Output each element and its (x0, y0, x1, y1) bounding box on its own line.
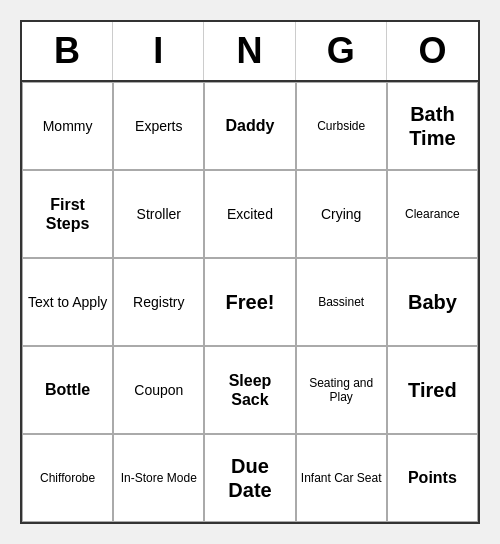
bingo-cell: Experts (113, 82, 204, 170)
bingo-cell: Mommy (22, 82, 113, 170)
bingo-cell: First Steps (22, 170, 113, 258)
bingo-cell: Curbside (296, 82, 387, 170)
bingo-cell: Chifforobe (22, 434, 113, 522)
bingo-cell: Seating and Play (296, 346, 387, 434)
bingo-cell: Points (387, 434, 478, 522)
bingo-cell: Bottle (22, 346, 113, 434)
bingo-cell: Infant Car Seat (296, 434, 387, 522)
header-letter: B (22, 22, 113, 80)
header-letter: I (113, 22, 204, 80)
bingo-grid: MommyExpertsDaddyCurbsideBath TimeFirst … (22, 82, 478, 522)
bingo-cell: Text to Apply (22, 258, 113, 346)
bingo-cell: Bath Time (387, 82, 478, 170)
bingo-cell: Daddy (204, 82, 295, 170)
header-letter: O (387, 22, 478, 80)
bingo-cell: Bassinet (296, 258, 387, 346)
bingo-cell: Tired (387, 346, 478, 434)
bingo-card: BINGO MommyExpertsDaddyCurbsideBath Time… (20, 20, 480, 524)
bingo-cell: Free! (204, 258, 295, 346)
bingo-cell: Excited (204, 170, 295, 258)
header-letter: N (204, 22, 295, 80)
bingo-cell: Crying (296, 170, 387, 258)
bingo-cell: Sleep Sack (204, 346, 295, 434)
bingo-cell: Coupon (113, 346, 204, 434)
header-letter: G (296, 22, 387, 80)
bingo-cell: Clearance (387, 170, 478, 258)
bingo-cell: Stroller (113, 170, 204, 258)
bingo-cell: Registry (113, 258, 204, 346)
bingo-header: BINGO (22, 22, 478, 82)
bingo-cell: Baby (387, 258, 478, 346)
bingo-cell: Due Date (204, 434, 295, 522)
bingo-cell: In-Store Mode (113, 434, 204, 522)
